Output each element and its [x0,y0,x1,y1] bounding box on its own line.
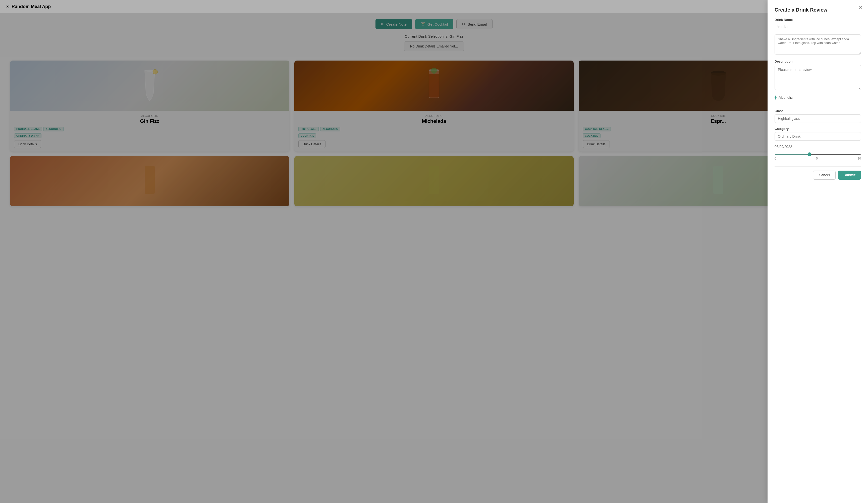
rating-slider-container: 0 5 10 [775,151,861,160]
modal-create-review: ✕ Create a Drink Review Drink Name Gin F… [767,0,868,503]
slider-max-label: 10 [858,157,861,160]
filter-icon: ⧫ [775,95,777,100]
drink-name-value: Gin Fizz [775,23,861,30]
submit-button[interactable]: Submit [838,171,861,179]
drink-name-label: Drink Name [775,18,861,22]
slider-labels: 0 5 10 [775,157,861,160]
glass-input[interactable] [775,114,861,123]
alcoholic-row: ⧫ Alcoholic [775,95,861,100]
glass-label: Glass [775,109,861,113]
cancel-button[interactable]: Cancel [813,171,836,179]
description-textarea[interactable] [775,65,861,90]
modal-title: Create a Drink Review [775,7,861,13]
modal-close-button[interactable]: ✕ [859,4,863,11]
modal-overlay: ✕ Create a Drink Review Drink Name Gin F… [0,0,868,503]
category-label: Category [775,127,861,131]
date-value: 06/09/2022 [775,145,861,149]
description-label: Description [775,60,861,63]
slider-min-label: 0 [775,157,776,160]
slider-mid-label: 5 [816,157,818,160]
divider-1 [775,105,861,105]
category-input[interactable] [775,132,861,141]
rating-slider[interactable] [775,154,861,155]
modal-footer: Cancel Submit [775,166,861,179]
alc-label: Alcoholic [778,95,793,100]
instructions-textarea[interactable] [775,34,861,54]
